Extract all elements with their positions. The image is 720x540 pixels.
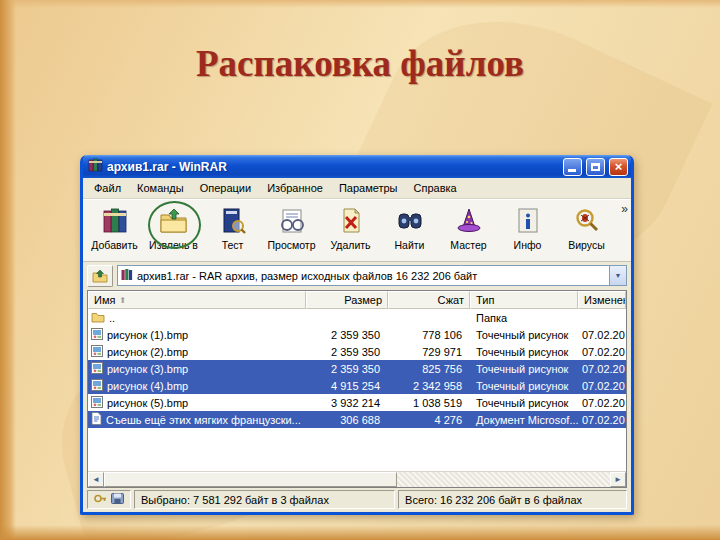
file-modified: 07.02.20	[578, 397, 626, 409]
file-name: ..	[109, 312, 115, 324]
address-bar: архив1.rar - RAR архив, размер исходных …	[83, 262, 631, 289]
slide-edge-bottom	[0, 525, 720, 540]
file-name: рисунок (2).bmp	[107, 346, 188, 358]
scrollbar-track[interactable]	[104, 472, 610, 487]
file-type: Точечный рисунок	[470, 397, 578, 409]
file-name: рисунок (4).bmp	[107, 380, 188, 392]
info-label: Инфо	[514, 239, 542, 251]
virus-scan-button[interactable]: Вирусы	[557, 201, 616, 261]
info-button[interactable]: Инфо	[498, 201, 557, 261]
file-type: Папка	[470, 312, 578, 324]
info-icon	[512, 205, 544, 237]
extract-button[interactable]: Извлечь в	[144, 201, 203, 261]
view-button[interactable]: Просмотр	[262, 201, 321, 261]
winrar-window: архив1.rar - WinRAR × Файл Команды Опера…	[80, 155, 634, 515]
find-icon	[394, 205, 426, 237]
menu-commands[interactable]: Команды	[129, 179, 192, 197]
minimize-button[interactable]	[563, 158, 582, 176]
status-bar: Выбрано: 7 581 292 байт в 3 файлах Всего…	[83, 488, 631, 512]
file-modified: 07.02.20	[578, 414, 626, 426]
file-packed: 778 106	[388, 329, 470, 341]
wizard-icon	[453, 205, 485, 237]
table-row[interactable]: рисунок (5).bmp 3 932 214 1 038 519 Точе…	[88, 394, 626, 411]
doc-icon	[91, 412, 102, 427]
column-label: Имя	[94, 294, 115, 306]
table-row[interactable]: .. Папка	[88, 309, 626, 326]
archive-icon	[121, 269, 133, 283]
file-name: рисунок (1).bmp	[107, 329, 188, 341]
status-total: Всего: 16 232 206 байт в 6 файлах	[398, 490, 627, 509]
toolbar-overflow-chevron[interactable]: »	[621, 202, 628, 216]
scrollbar-thumb[interactable]	[104, 472, 397, 487]
file-size: 2 359 350	[306, 363, 388, 375]
disk-icon	[111, 493, 124, 506]
table-row[interactable]: рисунок (2).bmp 2 359 350 729 971 Точечн…	[88, 343, 626, 360]
find-button[interactable]: Найти	[380, 201, 439, 261]
file-size: 306 688	[306, 414, 388, 426]
file-type: Точечный рисунок	[470, 329, 578, 341]
column-headers: Имя ⬆ Размер Сжат Тип Изменен	[88, 291, 626, 309]
test-icon	[217, 205, 249, 237]
column-header-name[interactable]: Имя ⬆	[88, 291, 306, 309]
table-row[interactable]: рисунок (3).bmp 2 359 350 825 756 Точечн…	[88, 360, 626, 377]
file-name: Съешь ещё этих мягких французски...	[106, 414, 301, 426]
column-header-modified[interactable]: Изменен	[578, 291, 626, 309]
wizard-button[interactable]: Мастер	[439, 201, 498, 261]
file-rows: .. Папка рисунок (1).bmp 2 359 350 778 1…	[88, 309, 626, 471]
file-type: Документ Microsof...	[470, 414, 578, 426]
table-row[interactable]: Съешь ещё этих мягких французски... 306 …	[88, 411, 626, 428]
close-icon: ×	[615, 160, 623, 173]
test-button[interactable]: Тест	[203, 201, 262, 261]
folder-icon	[91, 311, 105, 325]
combobox-dropdown-button[interactable]: ▼	[609, 266, 626, 285]
file-modified: 07.02.20	[578, 346, 626, 358]
file-modified: 07.02.20	[578, 363, 626, 375]
table-row[interactable]: рисунок (4).bmp 4 915 254 2 342 958 Точе…	[88, 377, 626, 394]
menu-operations[interactable]: Операции	[192, 179, 259, 197]
menu-favorites[interactable]: Избранное	[259, 179, 331, 197]
slide-title: Распаковка файлов	[0, 42, 720, 85]
add-label: Добавить	[91, 239, 137, 251]
add-button[interactable]: Добавить	[85, 201, 144, 261]
table-row[interactable]: рисунок (1).bmp 2 359 350 778 106 Точечн…	[88, 326, 626, 343]
file-packed: 729 971	[388, 346, 470, 358]
menu-options[interactable]: Параметры	[331, 179, 406, 197]
test-label: Тест	[222, 239, 244, 251]
minimize-icon	[568, 169, 576, 172]
presentation-slide: Распаковка файлов архив1.rar - WinRAR × …	[0, 0, 720, 540]
archive-description: архив1.rar - RAR архив, размер исходных …	[137, 270, 609, 282]
file-name: рисунок (3).bmp	[107, 363, 188, 375]
file-size: 4 915 254	[306, 380, 388, 392]
maximize-button[interactable]	[586, 158, 605, 176]
menu-file[interactable]: Файл	[86, 179, 129, 197]
delete-icon	[335, 205, 367, 237]
column-header-size[interactable]: Размер	[306, 291, 388, 309]
column-header-type[interactable]: Тип	[470, 291, 578, 309]
scroll-right-button[interactable]: ►	[610, 472, 626, 487]
bitmap-icon	[91, 345, 103, 359]
archive-path-combobox[interactable]: архив1.rar - RAR архив, размер исходных …	[117, 265, 627, 286]
file-list-panel: Имя ⬆ Размер Сжат Тип Изменен .. Папка р…	[87, 290, 627, 488]
file-name: рисунок (5).bmp	[107, 397, 188, 409]
up-one-level-button[interactable]	[87, 265, 113, 287]
file-size: 3 932 214	[306, 397, 388, 409]
status-icons-panel	[87, 490, 131, 509]
column-header-packed[interactable]: Сжат	[388, 291, 470, 309]
key-icon	[94, 493, 107, 506]
close-button[interactable]: ×	[609, 158, 628, 176]
file-type: Точечный рисунок	[470, 380, 578, 392]
toolbar: Добавить Извлечь в	[83, 199, 631, 262]
bitmap-icon	[91, 362, 103, 376]
horizontal-scrollbar[interactable]: ◄ ►	[88, 471, 626, 487]
file-modified: 07.02.20	[578, 380, 626, 392]
wizard-label: Мастер	[450, 239, 486, 251]
window-titlebar[interactable]: архив1.rar - WinRAR ×	[83, 155, 631, 178]
scroll-left-button[interactable]: ◄	[88, 472, 104, 487]
file-packed: 4 276	[388, 414, 470, 426]
file-packed: 2 342 958	[388, 380, 470, 392]
status-selected: Выбрано: 7 581 292 байт в 3 файлах	[134, 490, 395, 509]
delete-button[interactable]: Удалить	[321, 201, 380, 261]
menu-help[interactable]: Справка	[406, 179, 465, 197]
find-label: Найти	[395, 239, 425, 251]
maximize-icon	[591, 163, 600, 171]
